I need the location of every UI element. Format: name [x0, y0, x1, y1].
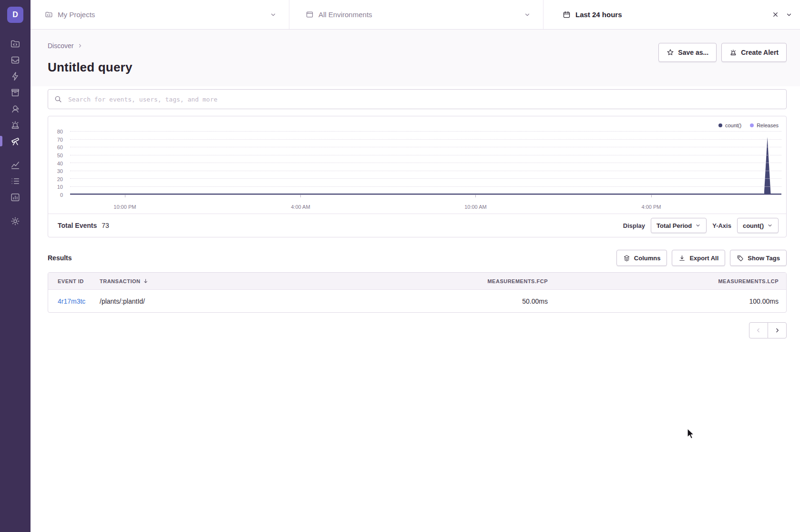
lightning-icon [10, 71, 21, 82]
archive-box-icon [10, 87, 21, 98]
column-header-event-id[interactable]: EVENT ID [58, 278, 100, 284]
org-avatar[interactable]: D [7, 7, 23, 23]
x-tick-mark [300, 195, 301, 197]
lcp-cell: 100.00ms [548, 297, 779, 305]
event-id-link[interactable]: 4r17m3tc [58, 297, 85, 305]
column-header-transaction[interactable]: TRANSACTION [100, 278, 257, 284]
sidebar: D [0, 0, 31, 532]
table-header-row: EVENT ID TRANSACTION MEASUREMENTS.FCP ME… [48, 273, 786, 290]
sidebar-item-issues[interactable] [0, 52, 31, 68]
sidebar-item-user-feedback[interactable] [0, 101, 31, 117]
sidebar-item-projects[interactable] [0, 36, 31, 52]
results-table: EVENT ID TRANSACTION MEASUREMENTS.FCP ME… [48, 272, 787, 313]
project-selector[interactable]: My Projects [31, 0, 289, 29]
display-dropdown[interactable]: Total Period [651, 218, 707, 233]
total-events-value: 73 [102, 222, 109, 229]
x-tick-label: 4:00 AM [291, 204, 310, 210]
gear-icon [10, 216, 21, 226]
breadcrumb-discover[interactable]: Discover [48, 42, 73, 50]
chevron-down-icon [270, 11, 277, 18]
legend-count-label: count() [725, 123, 741, 128]
gridline [70, 163, 781, 163]
y-tick-label: 20 [57, 176, 63, 182]
events-chart: count() Releases 01020304050607080 10:00… [48, 116, 786, 214]
sidebar-item-releases[interactable] [0, 84, 31, 101]
y-axis-value: count() [743, 222, 764, 229]
environment-selector-label: All Environments [318, 10, 372, 19]
previous-page-button[interactable] [749, 322, 768, 338]
gridline [70, 178, 781, 179]
page-header: Discover Untitled query Save as... Creat… [31, 30, 800, 86]
star-icon [667, 49, 674, 56]
export-all-button[interactable]: Export All [672, 250, 725, 266]
date-range-selector[interactable]: Last 24 hours [544, 0, 800, 29]
y-tick-label: 10 [57, 184, 63, 190]
sidebar-item-settings[interactable] [0, 213, 31, 229]
chevron-left-icon [755, 327, 762, 334]
total-events-label: Total Events [58, 222, 97, 229]
display-value: Total Period [656, 222, 692, 229]
environment-selector[interactable]: All Environments [289, 0, 544, 29]
save-as-button[interactable]: Save as... [658, 43, 717, 62]
y-tick-label: 30 [57, 168, 63, 174]
chart-footer: Total Events 73 Display Total Period Y-A… [48, 214, 786, 237]
sidebar-item-performance[interactable] [0, 68, 31, 84]
gridline [70, 131, 781, 132]
topbar: My Projects All Environments Last 24 hou… [31, 0, 800, 30]
list-icon [10, 176, 21, 186]
table-row: 4r17m3tc /plants/:plantId/ 50.00ms 100.0… [48, 290, 786, 312]
y-tick-label: 40 [57, 161, 63, 166]
y-tick-label: 80 [57, 129, 63, 134]
next-page-button[interactable] [768, 322, 787, 338]
chevron-down-icon[interactable] [786, 11, 792, 18]
columns-button[interactable]: Columns [616, 250, 667, 266]
column-header-measurements-fcp[interactable]: MEASUREMENTS.FCP [257, 278, 548, 284]
releases-legend-dot-icon [750, 123, 754, 127]
page-title: Untitled query [48, 60, 133, 75]
columns-label: Columns [634, 255, 661, 262]
chevron-down-icon [524, 11, 531, 18]
legend-item-count[interactable]: count() [718, 123, 741, 128]
sort-desc-icon [143, 278, 149, 284]
project-selector-label: My Projects [58, 10, 95, 19]
sidebar-item-alerts[interactable] [0, 117, 31, 133]
folder-code-icon [10, 39, 21, 49]
show-tags-button[interactable]: Show Tags [730, 250, 787, 266]
x-tick-label: 4:00 PM [641, 204, 661, 210]
sidebar-item-replays[interactable] [0, 173, 31, 189]
x-axis-labels: 10:00 PM4:00 AM10:00 AM4:00 PM [70, 204, 781, 211]
count-legend-dot-icon [718, 123, 722, 127]
create-alert-label: Create Alert [741, 49, 779, 56]
download-icon [678, 255, 686, 262]
y-tick-label: 70 [57, 137, 63, 143]
tag-icon [737, 255, 744, 262]
breadcrumb: Discover [48, 42, 133, 50]
siren-icon [729, 49, 737, 56]
gridline [70, 155, 781, 155]
header-actions: Save as... Create Alert [658, 42, 787, 75]
column-header-measurements-lcp[interactable]: MEASUREMENTS.LCP [548, 278, 779, 284]
y-axis-dropdown[interactable]: count() [737, 218, 779, 233]
gridline [70, 139, 781, 140]
plot-area [70, 132, 781, 195]
search-input[interactable] [48, 89, 787, 109]
layers-icon [623, 255, 630, 262]
sidebar-item-metrics[interactable] [0, 157, 31, 173]
calendar-icon [563, 10, 571, 19]
clear-date-icon[interactable] [772, 11, 779, 18]
search-icon [54, 95, 62, 103]
inbox-icon [10, 55, 21, 65]
create-alert-button[interactable]: Create Alert [721, 43, 787, 62]
telescope-icon [10, 136, 21, 146]
app-window: D [0, 0, 800, 532]
sidebar-item-stats[interactable] [0, 189, 31, 205]
folder-code-icon [45, 10, 53, 19]
fcp-cell: 50.00ms [257, 297, 548, 305]
y-tick-label: 0 [60, 192, 63, 198]
legend-releases-label: Releases [757, 123, 779, 128]
pagination [48, 322, 787, 338]
y-axis-labels: 01020304050607080 [48, 132, 67, 195]
legend-item-releases[interactable]: Releases [750, 123, 779, 128]
sidebar-item-discover[interactable] [0, 133, 31, 149]
search-row [31, 86, 800, 109]
